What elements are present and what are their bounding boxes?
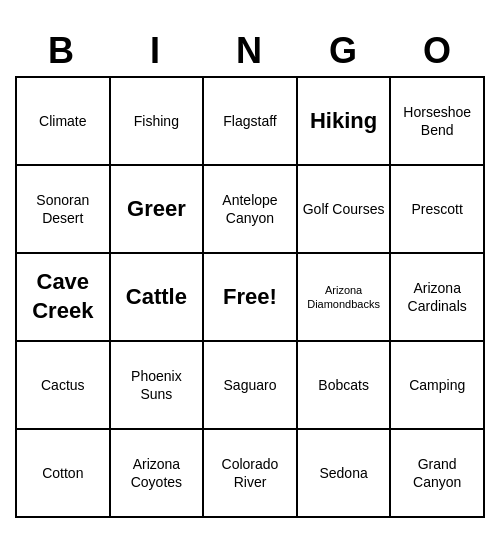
bingo-cell-2: Flagstaff <box>204 78 298 166</box>
bingo-cell-14: Arizona Cardinals <box>391 254 485 342</box>
bingo-cell-21: Arizona Coyotes <box>111 430 205 518</box>
bingo-cell-22: Colorado River <box>204 430 298 518</box>
header-letter-o: O <box>391 26 485 76</box>
bingo-cell-5: Sonoran Desert <box>17 166 111 254</box>
bingo-cell-1: Fishing <box>111 78 205 166</box>
bingo-cell-19: Camping <box>391 342 485 430</box>
bingo-cell-6: Greer <box>111 166 205 254</box>
bingo-cell-8: Golf Courses <box>298 166 392 254</box>
bingo-cell-10: Cave Creek <box>17 254 111 342</box>
bingo-card: BINGO ClimateFishingFlagstaffHikingHorse… <box>15 26 485 518</box>
bingo-cell-17: Saguaro <box>204 342 298 430</box>
bingo-header: BINGO <box>15 26 485 76</box>
bingo-cell-9: Prescott <box>391 166 485 254</box>
bingo-cell-7: Antelope Canyon <box>204 166 298 254</box>
bingo-grid: ClimateFishingFlagstaffHikingHorseshoe B… <box>15 76 485 518</box>
bingo-cell-18: Bobcats <box>298 342 392 430</box>
bingo-cell-20: Cotton <box>17 430 111 518</box>
bingo-cell-12: Free! <box>204 254 298 342</box>
bingo-cell-15: Cactus <box>17 342 111 430</box>
header-letter-b: B <box>15 26 109 76</box>
header-letter-n: N <box>203 26 297 76</box>
bingo-cell-23: Sedona <box>298 430 392 518</box>
bingo-cell-4: Horseshoe Bend <box>391 78 485 166</box>
bingo-cell-13: Arizona Diamondbacks <box>298 254 392 342</box>
header-letter-i: I <box>109 26 203 76</box>
bingo-cell-11: Cattle <box>111 254 205 342</box>
bingo-cell-0: Climate <box>17 78 111 166</box>
bingo-cell-16: Phoenix Suns <box>111 342 205 430</box>
header-letter-g: G <box>297 26 391 76</box>
bingo-cell-24: Grand Canyon <box>391 430 485 518</box>
bingo-cell-3: Hiking <box>298 78 392 166</box>
